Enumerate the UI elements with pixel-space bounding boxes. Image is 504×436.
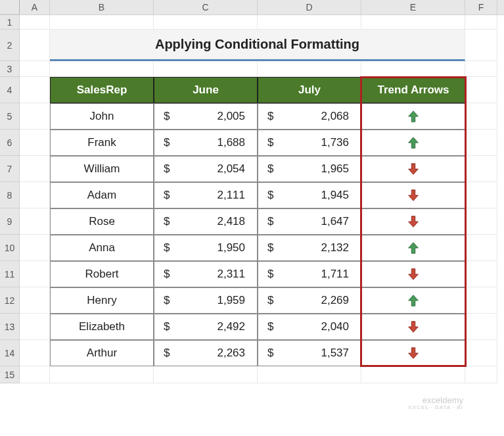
cell-B3[interactable] (50, 61, 154, 77)
cell-june[interactable]: $2,311 (154, 261, 258, 287)
cell-F2[interactable] (465, 30, 497, 61)
row-header-10[interactable]: 10 (0, 235, 20, 261)
cell-A4[interactable] (20, 77, 50, 103)
col-header-A[interactable]: A (20, 0, 50, 14)
row-header-1[interactable]: 1 (0, 15, 20, 30)
title-cell[interactable]: Applying Conditional Formatting (50, 30, 465, 61)
cell-trend[interactable] (361, 314, 465, 340)
cell-C3[interactable] (154, 61, 258, 77)
cell-june[interactable]: $1,950 (154, 235, 258, 261)
cell-july[interactable]: $1,965 (258, 156, 361, 182)
row-header-11[interactable]: 11 (0, 261, 20, 287)
row-header-14[interactable]: 14 (0, 340, 20, 366)
cell-E3[interactable] (361, 61, 465, 77)
cell-trend[interactable] (361, 235, 465, 261)
cell-F6[interactable] (465, 130, 497, 156)
cell-A6[interactable] (20, 130, 50, 156)
cell-trend[interactable] (361, 182, 465, 208)
row-header-4[interactable]: 4 (0, 77, 20, 103)
cell-salesrep[interactable]: Frank (50, 130, 154, 156)
cell-A9[interactable] (20, 208, 50, 235)
cell-salesrep[interactable]: John (50, 103, 154, 130)
cell-A13[interactable] (20, 314, 50, 340)
cell-salesrep[interactable]: Adam (50, 182, 154, 208)
row-header-8[interactable]: 8 (0, 182, 20, 208)
header-salesrep[interactable]: SalesRep (50, 77, 154, 103)
header-june[interactable]: June (154, 77, 258, 103)
cell-june[interactable]: $2,005 (154, 103, 258, 130)
cell-salesrep[interactable]: Henry (50, 287, 154, 314)
cell-D1[interactable] (258, 15, 361, 30)
cell-salesrep[interactable]: William (50, 156, 154, 182)
cell-B15[interactable] (50, 366, 154, 383)
cell-A10[interactable] (20, 235, 50, 261)
cell-june[interactable]: $2,492 (154, 314, 258, 340)
col-header-B[interactable]: B (50, 0, 154, 14)
cell-D15[interactable] (258, 366, 361, 383)
row-header-12[interactable]: 12 (0, 287, 20, 314)
header-july[interactable]: July (258, 77, 361, 103)
col-header-F[interactable]: F (465, 0, 497, 14)
cell-E15[interactable] (361, 366, 465, 383)
header-trend[interactable]: Trend Arrows (361, 77, 465, 103)
row-header-13[interactable]: 13 (0, 314, 20, 340)
row-header-9[interactable]: 9 (0, 208, 20, 235)
cell-F5[interactable] (465, 103, 497, 130)
cell-A14[interactable] (20, 340, 50, 366)
cell-trend[interactable] (361, 156, 465, 182)
cell-july[interactable]: $1,736 (258, 130, 361, 156)
cell-june[interactable]: $1,688 (154, 130, 258, 156)
cell-A15[interactable] (20, 366, 50, 383)
cell-A2[interactable] (20, 30, 50, 61)
cell-F13[interactable] (465, 314, 497, 340)
cell-C15[interactable] (154, 366, 258, 383)
cell-salesrep[interactable]: Rose (50, 208, 154, 235)
cell-A11[interactable] (20, 261, 50, 287)
cell-C1[interactable] (154, 15, 258, 30)
cell-june[interactable]: $2,054 (154, 156, 258, 182)
row-header-3[interactable]: 3 (0, 61, 20, 77)
cell-F4[interactable] (465, 77, 497, 103)
select-all-corner[interactable] (0, 0, 20, 14)
cell-salesrep[interactable]: Robert (50, 261, 154, 287)
cell-A8[interactable] (20, 182, 50, 208)
cell-trend[interactable] (361, 103, 465, 130)
row-header-7[interactable]: 7 (0, 156, 20, 182)
cell-trend[interactable] (361, 287, 465, 314)
cell-june[interactable]: $2,418 (154, 208, 258, 235)
cell-F7[interactable] (465, 156, 497, 182)
cell-A3[interactable] (20, 61, 50, 77)
cell-A1[interactable] (20, 15, 50, 30)
cell-july[interactable]: $2,269 (258, 287, 361, 314)
cell-trend[interactable] (361, 208, 465, 235)
cell-july[interactable]: $2,132 (258, 235, 361, 261)
cell-july[interactable]: $1,711 (258, 261, 361, 287)
cell-salesrep[interactable]: Arthur (50, 340, 154, 366)
col-header-D[interactable]: D (258, 0, 361, 14)
row-header-5[interactable]: 5 (0, 103, 20, 130)
cell-F11[interactable] (465, 261, 497, 287)
cell-trend[interactable] (361, 340, 465, 366)
cell-F14[interactable] (465, 340, 497, 366)
cell-june[interactable]: $1,959 (154, 287, 258, 314)
row-header-2[interactable]: 2 (0, 30, 20, 61)
row-header-15[interactable]: 15 (0, 366, 20, 383)
cell-F10[interactable] (465, 235, 497, 261)
cell-july[interactable]: $2,040 (258, 314, 361, 340)
cell-july[interactable]: $1,647 (258, 208, 361, 235)
cell-A7[interactable] (20, 156, 50, 182)
cell-D3[interactable] (258, 61, 361, 77)
cell-F3[interactable] (465, 61, 497, 77)
cell-trend[interactable] (361, 261, 465, 287)
cell-july[interactable]: $1,945 (258, 182, 361, 208)
cell-F12[interactable] (465, 287, 497, 314)
cell-june[interactable]: $2,263 (154, 340, 258, 366)
cell-A5[interactable] (20, 103, 50, 130)
col-header-E[interactable]: E (361, 0, 465, 14)
cell-july[interactable]: $1,537 (258, 340, 361, 366)
cell-salesrep[interactable]: Anna (50, 235, 154, 261)
cell-B1[interactable] (50, 15, 154, 30)
cell-A12[interactable] (20, 287, 50, 314)
cell-july[interactable]: $2,068 (258, 103, 361, 130)
cell-trend[interactable] (361, 130, 465, 156)
